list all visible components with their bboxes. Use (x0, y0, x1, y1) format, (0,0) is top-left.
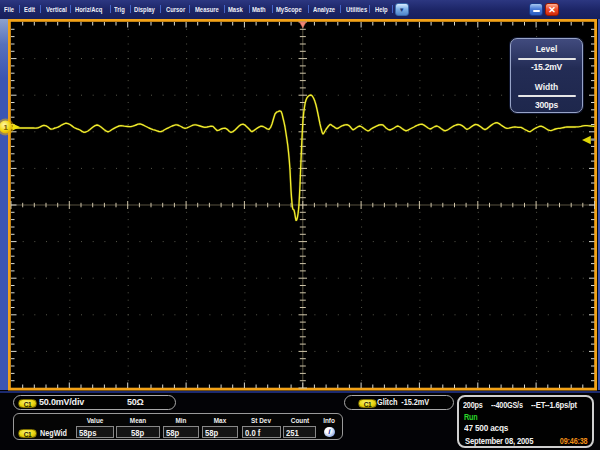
svg-text:1: 1 (4, 123, 9, 132)
